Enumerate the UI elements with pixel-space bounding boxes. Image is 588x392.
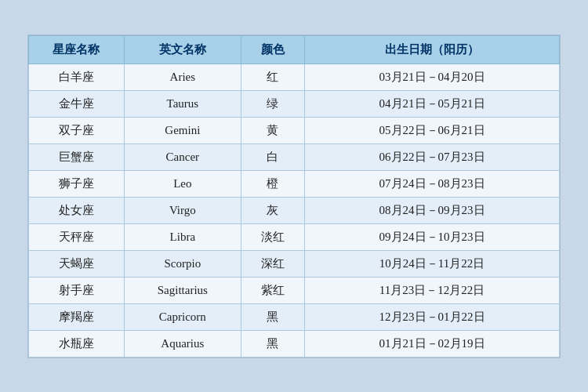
zodiac-table-container: 星座名称 英文名称 颜色 出生日期（阳历） 白羊座Aries红03月21日－04… xyxy=(27,34,561,358)
cell-color: 深红 xyxy=(241,250,304,277)
cell-en-name: Libra xyxy=(124,223,241,250)
table-body: 白羊座Aries红03月21日－04月20日金牛座Taurus绿04月21日－0… xyxy=(29,64,560,357)
header-color: 颜色 xyxy=(241,35,304,64)
cell-date: 03月21日－04月20日 xyxy=(305,64,560,90)
cell-cn-name: 摩羯座 xyxy=(29,303,125,330)
cell-en-name: Leo xyxy=(124,170,241,197)
cell-date: 05月22日－06月21日 xyxy=(305,117,560,143)
cell-color: 黑 xyxy=(241,303,304,330)
cell-cn-name: 白羊座 xyxy=(29,64,125,90)
table-row: 水瓶座Aquarius黑01月21日－02月19日 xyxy=(29,330,560,357)
cell-color: 橙 xyxy=(241,170,304,197)
table-row: 天蝎座Scorpio深红10月24日－11月22日 xyxy=(29,250,560,277)
cell-color: 白 xyxy=(241,143,304,170)
cell-color: 灰 xyxy=(241,197,304,223)
cell-en-name: Taurus xyxy=(124,90,241,117)
cell-en-name: Virgo xyxy=(124,197,241,223)
table-row: 天秤座Libra淡红09月24日－10月23日 xyxy=(29,223,560,250)
cell-color: 淡红 xyxy=(241,223,304,250)
cell-date: 11月23日－12月22日 xyxy=(305,277,560,303)
cell-color: 红 xyxy=(241,64,304,90)
table-row: 处女座Virgo灰08月24日－09月23日 xyxy=(29,197,560,223)
cell-cn-name: 天秤座 xyxy=(29,223,125,250)
cell-cn-name: 金牛座 xyxy=(29,90,125,117)
table-header-row: 星座名称 英文名称 颜色 出生日期（阳历） xyxy=(29,35,560,64)
cell-cn-name: 水瓶座 xyxy=(29,330,125,357)
cell-cn-name: 巨蟹座 xyxy=(29,143,125,170)
cell-color: 绿 xyxy=(241,90,304,117)
cell-color: 黑 xyxy=(241,330,304,357)
cell-date: 04月21日－05月21日 xyxy=(305,90,560,117)
table-row: 巨蟹座Cancer白06月22日－07月23日 xyxy=(29,143,560,170)
header-cn-name: 星座名称 xyxy=(29,35,125,64)
zodiac-table: 星座名称 英文名称 颜色 出生日期（阳历） 白羊座Aries红03月21日－04… xyxy=(28,35,560,358)
table-row: 射手座Sagittarius紫红11月23日－12月22日 xyxy=(29,277,560,303)
cell-en-name: Scorpio xyxy=(124,250,241,277)
cell-cn-name: 天蝎座 xyxy=(29,250,125,277)
cell-en-name: Gemini xyxy=(124,117,241,143)
cell-color: 黄 xyxy=(241,117,304,143)
cell-date: 01月21日－02月19日 xyxy=(305,330,560,357)
cell-en-name: Sagittarius xyxy=(124,277,241,303)
table-row: 摩羯座Capricorn黑12月23日－01月22日 xyxy=(29,303,560,330)
cell-cn-name: 双子座 xyxy=(29,117,125,143)
cell-en-name: Capricorn xyxy=(124,303,241,330)
cell-cn-name: 处女座 xyxy=(29,197,125,223)
header-en-name: 英文名称 xyxy=(124,35,241,64)
cell-date: 09月24日－10月23日 xyxy=(305,223,560,250)
cell-date: 08月24日－09月23日 xyxy=(305,197,560,223)
cell-date: 07月24日－08月23日 xyxy=(305,170,560,197)
table-row: 狮子座Leo橙07月24日－08月23日 xyxy=(29,170,560,197)
cell-date: 06月22日－07月23日 xyxy=(305,143,560,170)
cell-color: 紫红 xyxy=(241,277,304,303)
header-date: 出生日期（阳历） xyxy=(305,35,560,64)
table-row: 双子座Gemini黄05月22日－06月21日 xyxy=(29,117,560,143)
cell-en-name: Aquarius xyxy=(124,330,241,357)
cell-date: 12月23日－01月22日 xyxy=(305,303,560,330)
cell-en-name: Cancer xyxy=(124,143,241,170)
cell-date: 10月24日－11月22日 xyxy=(305,250,560,277)
cell-cn-name: 狮子座 xyxy=(29,170,125,197)
table-row: 白羊座Aries红03月21日－04月20日 xyxy=(29,64,560,90)
table-row: 金牛座Taurus绿04月21日－05月21日 xyxy=(29,90,560,117)
cell-cn-name: 射手座 xyxy=(29,277,125,303)
cell-en-name: Aries xyxy=(124,64,241,90)
